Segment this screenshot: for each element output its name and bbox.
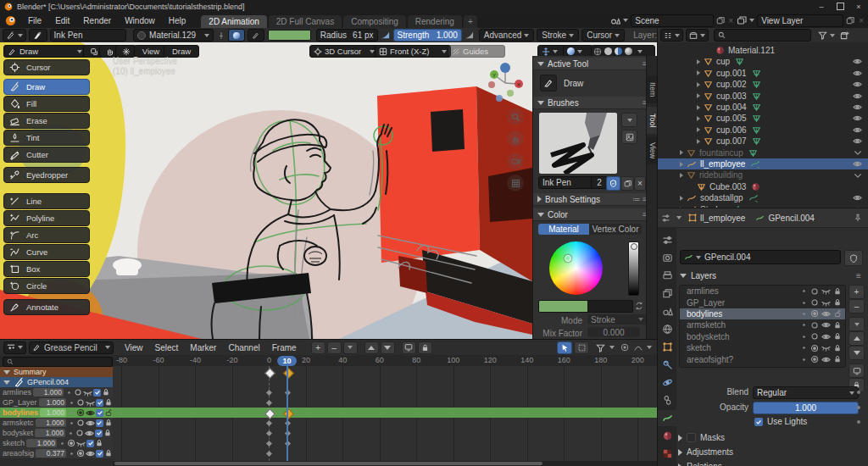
- axis-gizmo[interactable]: Y X: [485, 61, 526, 102]
- properties-tab-material[interactable]: [658, 428, 676, 444]
- tweak-tool-button[interactable]: [557, 341, 572, 354]
- strength-pressure-icon[interactable]: [465, 31, 474, 40]
- mix-factor-field[interactable]: 0.000: [587, 327, 640, 337]
- current-frame-badge[interactable]: 10: [277, 356, 297, 366]
- collapse-icon[interactable]: [3, 380, 10, 385]
- dope-sheet-ruler[interactable]: -80-60-40-20020406080100120140160180200: [0, 355, 657, 367]
- outliner-item-sodastallgp[interactable]: sodastallgp: [658, 192, 868, 203]
- add-workspace-button[interactable]: +: [464, 15, 477, 28]
- brush-unlink-button[interactable]: ×: [634, 176, 646, 191]
- eye-open-icon[interactable]: [821, 309, 831, 319]
- mask-dot-icon[interactable]: [800, 344, 808, 352]
- keyframe-areaofsig-f0[interactable]: [266, 450, 272, 456]
- workspace-tab-2d-full-canvas[interactable]: 2D Full Canvas: [269, 15, 342, 28]
- view-plane-dropdown[interactable]: Front (X-Z): [375, 45, 451, 58]
- outliner-item-fountaincup[interactable]: fountaincup: [658, 147, 868, 158]
- toolbar-draw[interactable]: Draw: [3, 79, 90, 95]
- masks-checkbox[interactable]: [687, 433, 696, 442]
- lock-icon[interactable]: [104, 449, 113, 458]
- lock-icon[interactable]: [833, 298, 842, 307]
- toolbar-circle[interactable]: Circle: [3, 278, 90, 294]
- onion-skin-icon[interactable]: [76, 449, 85, 458]
- toolbar-line[interactable]: Line: [3, 193, 90, 209]
- lock-channels-button[interactable]: [418, 341, 432, 354]
- channel-search-input[interactable]: [3, 357, 113, 367]
- color-tab-material[interactable]: Material: [538, 224, 589, 235]
- outliner-filter-type-button[interactable]: [686, 29, 709, 42]
- channel-color-dot-icon[interactable]: [65, 389, 73, 397]
- onion-skin-icon[interactable]: [74, 388, 82, 397]
- channel-value-slider[interactable]: 1.000: [26, 439, 57, 447]
- expander-icon[interactable]: [697, 59, 700, 64]
- layer-row-armsketch[interactable]: armsketch: [680, 319, 845, 330]
- properties-tab-texture[interactable]: [658, 446, 676, 462]
- toolbar-tint[interactable]: Tint: [3, 130, 90, 146]
- channel-mute-checkbox[interactable]: [86, 440, 94, 447]
- swap-colors-icon[interactable]: [635, 302, 643, 310]
- mask-dot-icon[interactable]: [800, 356, 808, 363]
- lock-icon[interactable]: [833, 332, 842, 341]
- properties-tab-object[interactable]: [658, 339, 676, 355]
- radius-pressure-icon[interactable]: [381, 31, 390, 40]
- visibility-eye-icon[interactable]: [853, 80, 862, 89]
- minimize-button[interactable]: –: [812, 0, 831, 13]
- close-button[interactable]: ×: [849, 0, 868, 13]
- brushes-panel-header[interactable]: Brushes≡: [533, 97, 647, 109]
- brush-color-swatch[interactable]: [268, 30, 311, 41]
- panel-relations[interactable]: Relations: [678, 462, 722, 466]
- visibility-eye-icon[interactable]: [853, 92, 862, 101]
- keyframe-area[interactable]: [113, 366, 657, 461]
- lock-icon[interactable]: [833, 355, 842, 363]
- panel-masks[interactable]: Masks: [678, 433, 725, 442]
- onion-skin-icon[interactable]: [75, 429, 84, 437]
- dopesheet-menu-frame[interactable]: Frame: [266, 343, 303, 352]
- mask-dot-icon[interactable]: [800, 299, 808, 307]
- active-tool-panel-header[interactable]: Active Tool≡: [533, 58, 647, 70]
- mask-dot-icon[interactable]: [800, 287, 808, 295]
- channel-mute-checkbox[interactable]: [96, 409, 103, 417]
- eye-open-icon[interactable]: [86, 419, 95, 428]
- properties-tab-world[interactable]: [658, 321, 676, 337]
- opacity-anim-dot[interactable]: [857, 406, 860, 409]
- timeline-scrollbar-handle[interactable]: [114, 462, 542, 465]
- toolbar-eyedropper[interactable]: Eyedropper: [3, 167, 90, 183]
- menu-file[interactable]: File: [21, 16, 48, 25]
- collapse-icon[interactable]: [3, 370, 10, 374]
- channel-mute-checkbox[interactable]: [96, 450, 103, 458]
- use-lights-checkbox[interactable]: [754, 418, 763, 426]
- keyframe-remove-button[interactable]: –: [327, 341, 342, 354]
- channel-mute-checkbox[interactable]: [96, 419, 103, 427]
- view-layer-unlink-icon[interactable]: ×: [859, 16, 864, 25]
- brush-duplicate-button[interactable]: [620, 176, 634, 191]
- workspace-tab-2d-animation[interactable]: 2D Animation: [201, 15, 266, 28]
- onion-skin-icon[interactable]: [67, 439, 75, 447]
- properties-tab-tool[interactable]: [658, 232, 676, 248]
- hide-children-icon[interactable]: [854, 171, 862, 180]
- eye-open-icon[interactable]: [821, 332, 831, 341]
- layer-row-sketch[interactable]: sketch: [680, 342, 845, 353]
- mode-dropdown[interactable]: Stroke: [587, 314, 647, 325]
- eye-open-icon[interactable]: [821, 355, 831, 364]
- expander-icon[interactable]: [697, 116, 700, 121]
- eye-open-icon[interactable]: [86, 449, 95, 458]
- workspace-tab-rendering[interactable]: Rendering: [408, 15, 462, 28]
- outliner-item-cup-001[interactable]: cup.001: [658, 68, 868, 79]
- scene-copy-icon[interactable]: [716, 16, 725, 25]
- workspace-tab-compositing[interactable]: Compositing: [343, 15, 406, 28]
- expander-icon[interactable]: [697, 127, 700, 132]
- keyframe-armsketc-f0[interactable]: [266, 419, 272, 425]
- guides-dropdown[interactable]: Guides: [448, 45, 505, 58]
- lock-icon[interactable]: [103, 429, 112, 437]
- maximize-button[interactable]: [831, 0, 849, 13]
- onion-skin-icon[interactable]: [76, 398, 85, 407]
- channel-color-dot-icon[interactable]: [58, 440, 66, 447]
- color-panel-header[interactable]: Color≡: [533, 208, 647, 221]
- channel-value-slider[interactable]: 1.000: [35, 429, 65, 437]
- visibility-eye-icon[interactable]: [853, 114, 862, 123]
- dopesheet-filter-icon[interactable]: [596, 343, 605, 352]
- outliner-item-ll-employee[interactable]: ll_employee: [658, 158, 868, 169]
- unlock-icon[interactable]: [833, 309, 842, 318]
- keyframe-summary-f10[interactable]: [283, 368, 294, 379]
- outliner-item-cup-002[interactable]: cup.002: [658, 79, 868, 90]
- scene-icon[interactable]: [610, 15, 620, 25]
